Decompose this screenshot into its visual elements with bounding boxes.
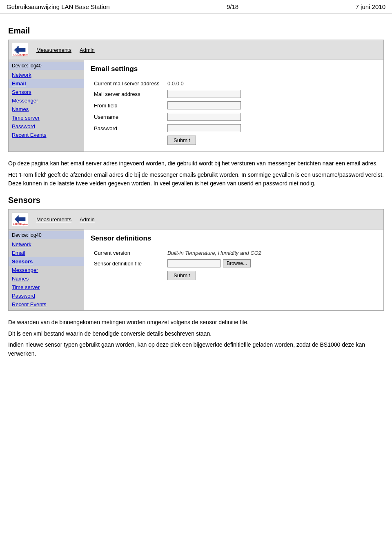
sensors-form-table: Current version Built-in Temperature, Hu… [91,248,377,282]
email-device-label: Device: log40 [9,62,84,70]
email-section: Email AREXX Engineering Measurements [8,26,384,188]
sensors-main: Sensor definitions Current version Built… [84,229,383,310]
browse-button[interactable]: Browse... [223,259,251,267]
email-form-row-mail-server: Mail server address [91,88,377,100]
email-logo: AREXX Engineering [12,42,28,58]
email-form-row-password: Password [91,122,377,134]
current-mail-label: Current mail server address [91,79,164,88]
sensors-sidebar-item-time-server[interactable]: Time server [9,283,84,292]
sensors-sidebar-item-email[interactable]: Email [9,249,84,257]
email-topbar: AREXX Engineering Measurements Admin [9,40,383,60]
sidebar-item-names[interactable]: Names [9,105,84,114]
sidebar-item-network[interactable]: Network [9,71,84,79]
sensors-measurements-nav-button[interactable]: Measurements [36,216,71,223]
email-form-row-current-mail: Current mail server address 0.0.0.0 [91,79,377,88]
sensors-topbar: AREXX Engineering Measurements Admin [9,209,383,229]
current-version-label: Current version [91,248,164,258]
sensors-ui-content: Device: log40 Network Email Sensors Mess… [9,229,383,310]
email-form-row-from: From field [91,100,377,111]
page-number: 9/18 [227,3,238,10]
sensors-ui-screenshot: AREXX Engineering Measurements Admin Dev… [8,209,384,311]
username-input[interactable] [167,113,241,121]
arexx-logo-icon: AREXX Engineering [12,42,28,58]
sensor-definition-file-input[interactable] [167,259,220,267]
email-section-title: Email [8,26,384,36]
sidebar-item-time-server[interactable]: Time server [9,114,84,122]
email-main: Email settings Current mail server addre… [84,60,383,151]
username-label: Username [91,111,164,122]
sensor-file-label: Sensor definition file [91,258,164,269]
sensors-submit-button[interactable]: Submit [167,271,196,280]
sensors-body-p1: De waarden van de binnengekomen metingen… [8,318,384,327]
current-version-value: Built-in Temperature, Humidity and CO2 [164,248,377,258]
sensors-admin-nav-button[interactable]: Admin [80,216,95,223]
email-ui-content: Device: log40 Network Email Sensors Mess… [9,60,383,151]
measurements-nav-button[interactable]: Measurements [36,47,71,53]
sensors-main-title: Sensor definitions [91,234,377,243]
from-field-label: From field [91,100,164,111]
mail-server-input[interactable] [167,90,241,98]
sensors-device-label: Device: log40 [9,231,84,239]
sensors-body-p3: Indien nieuwe sensor typen gebruikt gaan… [8,341,384,358]
sensors-sidebar-item-network[interactable]: Network [9,240,84,249]
email-form-row-username: Username [91,111,377,122]
from-field-input[interactable] [167,101,241,109]
email-form-row-submit: Submit [91,134,377,147]
sensors-form-row-definition-file: Sensor definition file Browse... [91,258,377,269]
sensor-file-input-group: Browse... [167,259,374,267]
sidebar-item-recent-events[interactable]: Recent Events [9,131,84,139]
sensors-sidebar-item-password[interactable]: Password [9,292,84,300]
page-title: Gebruiksaanwijzing LAN Base Station [7,3,110,10]
sensors-sidebar-item-sensors[interactable]: Sensors [9,257,84,266]
svg-text:AREXX Engineering: AREXX Engineering [13,223,28,225]
page-date: 7 juni 2010 [356,3,385,10]
password-label: Password [91,122,164,134]
email-form-table: Current mail server address 0.0.0.0 Mail… [91,79,377,147]
mail-server-label: Mail server address [91,88,164,100]
email-body-text: Op deze pagina kan het email server adre… [8,159,384,188]
sensors-form-row-current-version: Current version Built-in Temperature, Hu… [91,248,377,258]
email-submit-button[interactable]: Submit [167,136,196,145]
sensors-logo: AREXX Engineering [12,211,28,227]
sensors-sidebar: Device: log40 Network Email Sensors Mess… [9,229,84,310]
sensors-section-title: Sensors [8,196,384,205]
current-mail-value: 0.0.0.0 [164,79,377,88]
sidebar-item-sensors[interactable]: Sensors [9,88,84,96]
password-input[interactable] [167,124,241,132]
page-header: Gebruiksaanwijzing LAN Base Station 9/18… [0,0,392,14]
sensors-body-text: De waarden van de binnengekomen metingen… [8,318,384,359]
sensors-section: Sensors AREXX Engineering Measurements A… [8,196,384,359]
sidebar-item-email[interactable]: Email [9,79,84,88]
sidebar-item-password[interactable]: Password [9,122,84,131]
email-body-p2: Het 'From field' geeft de afzender email… [8,171,384,188]
email-sidebar: Device: log40 Network Email Sensors Mess… [9,60,84,151]
sidebar-item-messenger[interactable]: Messenger [9,96,84,105]
sensors-form-row-submit: Submit [91,269,377,282]
sensors-body-p2: Dit is een xml bestand waarin de benodig… [8,330,384,338]
sensors-sidebar-item-messenger[interactable]: Messenger [9,266,84,274]
email-ui-screenshot: AREXX Engineering Measurements Admin Dev… [8,40,384,152]
sensors-sidebar-item-names[interactable]: Names [9,274,84,283]
email-body-p1: Op deze pagina kan het email server adre… [8,159,384,168]
arexx-logo-icon-2: AREXX Engineering [12,211,28,227]
admin-nav-button[interactable]: Admin [80,47,95,53]
svg-text:AREXX Engineering: AREXX Engineering [13,54,28,56]
sensors-sidebar-item-recent-events[interactable]: Recent Events [9,300,84,309]
email-main-title: Email settings [91,65,377,73]
